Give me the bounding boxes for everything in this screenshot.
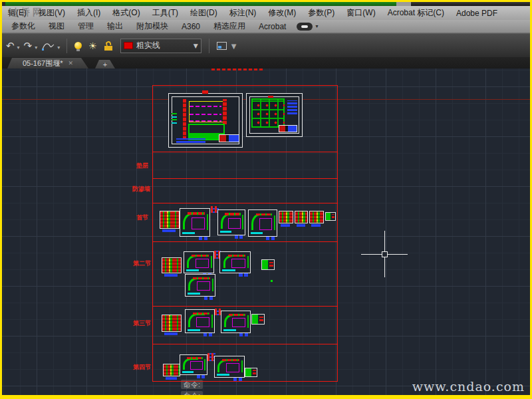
arc-part-cyan	[223, 329, 236, 331]
arc-part-grn	[204, 359, 205, 370]
arc-part-mag	[192, 217, 205, 229]
spline-dropdown-icon[interactable]: ▾	[57, 45, 60, 51]
arc-part-grn	[211, 315, 213, 328]
legend-block	[325, 212, 336, 221]
arc-part-grn	[242, 215, 243, 229]
watermark-bottom-right: www.cndao.com	[412, 379, 525, 394]
toolbar-separator	[209, 39, 209, 53]
arc-part-grn	[274, 215, 275, 231]
new-tab-button[interactable]: +	[95, 60, 115, 68]
pickbox	[382, 251, 388, 257]
command-prompt-partial: 命令:	[181, 391, 203, 395]
detail-sheet	[248, 209, 277, 237]
arc-part-redtop	[187, 357, 202, 359]
arc-part-blub	[235, 235, 243, 239]
layer-thaw-icon[interactable]: ☀	[88, 41, 97, 51]
row-divider	[152, 152, 338, 152]
color-swatch-red	[124, 42, 133, 49]
arc-part-cyan	[217, 374, 229, 376]
detail-block	[295, 211, 308, 223]
close-icon[interactable]: ✕	[68, 60, 74, 66]
menu-item-2[interactable]: 插入(I)	[71, 7, 106, 19]
arc-part-grn	[247, 256, 249, 268]
ribbon-tab-3[interactable]: 输出	[100, 21, 130, 32]
detail-block	[309, 211, 324, 223]
arc-part-grn	[207, 214, 208, 230]
ribbon-tab-5[interactable]: A360	[175, 22, 207, 31]
plan-grid-sheet	[246, 93, 303, 137]
spline-tool-button[interactable]	[41, 39, 55, 53]
arc-part-blub	[197, 375, 205, 378]
linetype-value: 粗实线	[136, 40, 190, 51]
section-label-5: 第四节	[133, 364, 151, 370]
section-label-3: 第二节	[133, 261, 151, 267]
arc-part-redtop	[193, 277, 210, 279]
drawing-canvas[interactable]: 命令: 命令: www.cndao.com 垫层防渗墙首节第二节第三节第四节	[2, 68, 530, 395]
arc-part-redtop	[256, 213, 272, 216]
menu-item-4[interactable]: 工具(T)	[146, 7, 184, 19]
crosshair-line	[384, 231, 385, 277]
ribbon-tab-6[interactable]: 精选应用	[207, 21, 252, 32]
arc-part-grn	[241, 360, 243, 372]
ribbon-tab-7[interactable]: Acrobat	[252, 22, 293, 31]
unlock-icon[interactable]	[104, 41, 113, 51]
redo-dropdown-icon[interactable]: ▾	[35, 45, 37, 51]
sa-redbar	[183, 99, 187, 140]
linetype-dropdown[interactable]: 粗实线 ▼	[120, 39, 201, 53]
chevron-down-icon[interactable]: ▾	[315, 23, 318, 29]
arc-part-mag	[259, 218, 272, 229]
detail-sheet	[180, 208, 210, 237]
ribbon-tab-4[interactable]: 附加模块	[130, 21, 175, 32]
menu-item-3[interactable]: 格式(O)	[106, 7, 146, 19]
arc-part-cyan	[251, 232, 263, 234]
menu-item-5[interactable]: 绘图(D)	[184, 7, 223, 19]
stray-point	[271, 280, 273, 282]
menu-bar: 过桥网 辑(E)视图(V)插入(I)格式(O)工具(T)绘图(D)标注(N)修改…	[2, 6, 530, 20]
legend-block	[251, 314, 265, 325]
undo-dropdown-icon[interactable]: ▾	[17, 45, 20, 51]
arc-part-cyan	[182, 232, 195, 234]
crosshair-line	[361, 254, 408, 255]
workspace-icon[interactable]	[217, 42, 227, 50]
panel-toggle-icon[interactable]	[297, 23, 313, 31]
collapse-ribbon-icon[interactable]: ▼	[231, 43, 237, 50]
arc-part-mag	[232, 318, 245, 327]
menu-item-7[interactable]: 修改(M)	[262, 7, 302, 19]
menu-item-9[interactable]: 窗口(W)	[340, 7, 381, 19]
section-label-4: 第三节	[133, 321, 151, 327]
sb-dots	[251, 98, 285, 128]
row-divider	[152, 241, 338, 242]
menu-item-10[interactable]: Acrobat 标记(C)	[382, 7, 450, 19]
spline-icon	[41, 41, 55, 51]
arc-part-redtop	[188, 212, 205, 215]
arc-part-blub	[204, 297, 213, 300]
section-label-1: 防渗墙	[132, 186, 150, 192]
ribbon-tab-1[interactable]: 视图	[42, 21, 71, 32]
menu-item-8[interactable]: 参数(P)	[302, 7, 340, 19]
sa-mag	[190, 120, 221, 122]
arc-part-redtop	[228, 255, 245, 257]
arc-part-grn	[247, 315, 249, 328]
menu-item-6[interactable]: 标注(N)	[223, 7, 263, 19]
menu-item-0[interactable]: 辑(E)	[2, 7, 33, 19]
arc-part-redtop	[193, 313, 209, 315]
menu-item-11[interactable]: Adobe PDF	[450, 9, 503, 18]
file-tab-active[interactable]: 05-167围堰* ✕	[7, 58, 88, 68]
detail-block	[279, 211, 293, 223]
arc-part-mag	[196, 259, 209, 268]
ribbon-tab-2[interactable]: 管理	[71, 21, 100, 32]
layer-on-icon[interactable]	[74, 42, 82, 49]
detail-block	[160, 211, 180, 229]
arc-part-cyan	[188, 329, 200, 331]
redo-button[interactable]: ↷	[23, 39, 33, 53]
menu-item-1[interactable]: 视图(V)	[33, 7, 71, 19]
undo-button[interactable]: ↶	[5, 39, 15, 53]
quick-access-toolbar: ↶ ▾ ↷ ▾ ▾ ☀ 粗实线 ▼ ▼	[2, 33, 530, 57]
file-tab-bar: 05-167围堰* ✕ +	[2, 57, 530, 68]
section-label-2: 首节	[136, 215, 148, 221]
arc-part-mag	[226, 363, 239, 372]
sa-topmark	[202, 90, 209, 94]
ribbon-tab-0[interactable]: 参数化	[5, 21, 42, 32]
detail-sheet	[214, 356, 245, 378]
arc-part-redtop	[229, 314, 245, 316]
